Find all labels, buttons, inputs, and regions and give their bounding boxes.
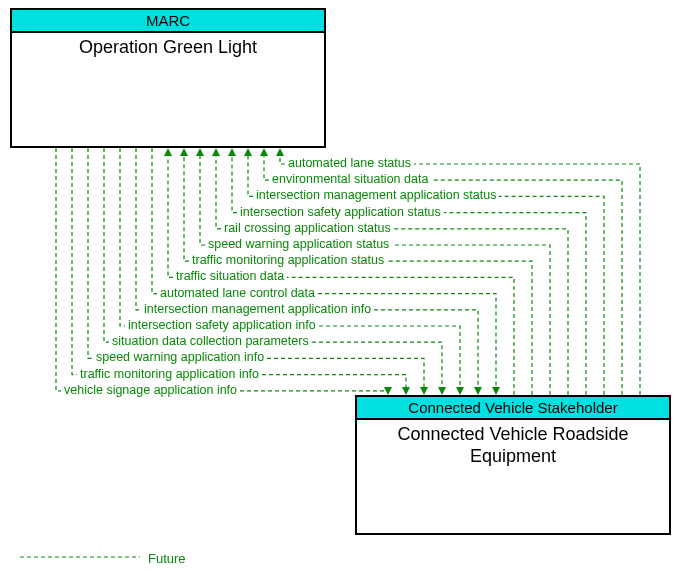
flow-label: speed warning application info bbox=[96, 350, 264, 364]
flow-label: vehicle signage application info bbox=[64, 383, 237, 397]
flow-label: intersection safety application info bbox=[128, 318, 316, 332]
flow-label: intersection management application stat… bbox=[256, 188, 496, 202]
flow-label: automated lane control data bbox=[160, 286, 315, 300]
flow-label: intersection management application info bbox=[144, 302, 371, 316]
flow-label: automated lane status bbox=[288, 156, 411, 170]
legend: Future bbox=[20, 551, 186, 566]
box-title-operation-green-light: Operation Green Light bbox=[12, 33, 324, 59]
legend-future-label: Future bbox=[148, 551, 186, 566]
box-connected-vehicle-roadside-equipment: Connected Vehicle Stakeholder Connected … bbox=[355, 395, 671, 535]
box-title-cv-roadside-equipment: Connected Vehicle Roadside Equipment bbox=[357, 420, 669, 467]
flow-label: traffic monitoring application info bbox=[80, 367, 259, 381]
flow-label: traffic monitoring application status bbox=[192, 253, 384, 267]
box-header-cv-stakeholder: Connected Vehicle Stakeholder bbox=[357, 397, 669, 420]
flow-label: situation data collection parameters bbox=[112, 334, 309, 348]
flow-label: speed warning application status bbox=[208, 237, 389, 251]
flow-label: environmental situation data bbox=[272, 172, 428, 186]
box-header-marc: MARC bbox=[12, 10, 324, 33]
flow-label: rail crossing application status bbox=[224, 221, 391, 235]
flow-label: traffic situation data bbox=[176, 269, 284, 283]
box-operation-green-light: MARC Operation Green Light bbox=[10, 8, 326, 148]
flow-label: intersection safety application status bbox=[240, 205, 441, 219]
